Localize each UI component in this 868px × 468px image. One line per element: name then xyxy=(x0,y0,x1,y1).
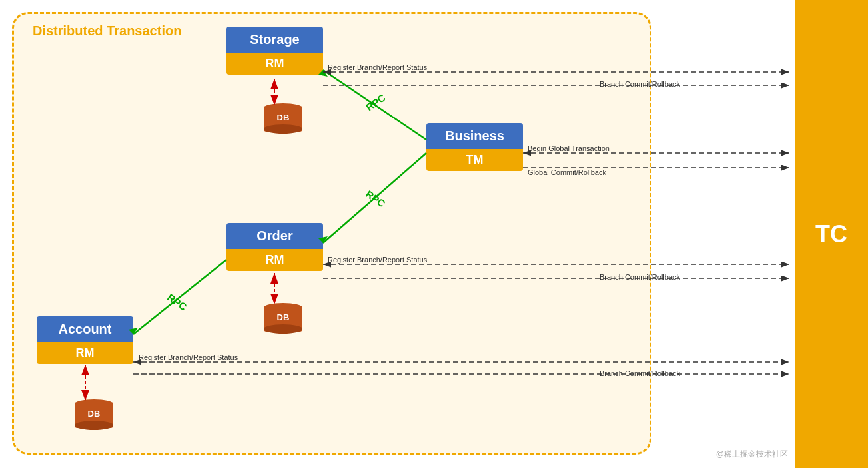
business-begin-label: Begin Global Transaction xyxy=(528,144,610,152)
order-branch-commit-label: Branch Commit/Rollback xyxy=(600,273,680,281)
storage-name: Storage xyxy=(226,27,323,53)
tc-label: TC xyxy=(815,220,847,248)
account-role: RM xyxy=(37,342,133,364)
main-container: Distributed Transaction TC Storage RM Bu… xyxy=(0,0,868,468)
order-role: RM xyxy=(226,249,323,271)
tc-box: TC xyxy=(795,0,868,468)
storage-db: DB xyxy=(264,103,302,134)
business-service: Business TM xyxy=(426,123,523,171)
business-name: Business xyxy=(426,123,523,149)
business-global-commit-label: Global Commit/Rollback xyxy=(528,168,606,176)
order-register-label: Register Branch/Report Status xyxy=(328,256,427,264)
business-role: TM xyxy=(426,149,523,171)
order-db: DB xyxy=(264,303,302,334)
order-name: Order xyxy=(226,223,323,249)
watermark: @稀土掘金技术社区 xyxy=(716,449,788,460)
storage-service: Storage RM xyxy=(226,27,323,75)
dt-box: Distributed Transaction xyxy=(12,12,651,455)
account-branch-commit-label: Branch Commit/Rollback xyxy=(600,369,680,377)
account-register-label: Register Branch/Report Status xyxy=(139,353,238,361)
dt-label: Distributed Transaction xyxy=(33,23,181,39)
storage-branch-commit-label: Branch Commit/Rollback xyxy=(600,80,680,88)
account-db: DB xyxy=(75,399,113,430)
account-service: Account RM xyxy=(37,316,133,364)
order-service: Order RM xyxy=(226,223,323,271)
storage-role: RM xyxy=(226,53,323,75)
storage-register-label: Register Branch/Report Status xyxy=(328,63,427,71)
account-name: Account xyxy=(37,316,133,342)
